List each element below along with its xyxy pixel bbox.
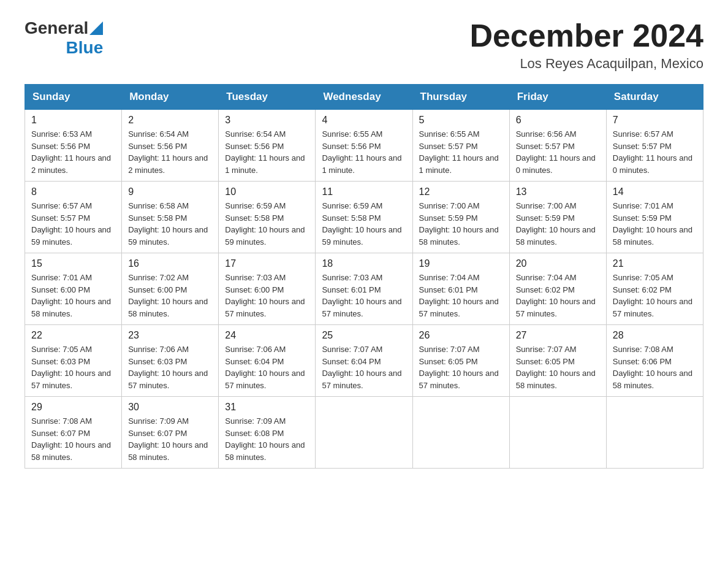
day-info: Sunrise: 7:04 AM Sunset: 6:01 PM Dayligh…	[419, 272, 503, 320]
day-number: 11	[322, 186, 406, 197]
calendar-cell	[606, 397, 703, 469]
day-info: Sunrise: 6:56 AM Sunset: 5:57 PM Dayligh…	[516, 128, 600, 176]
calendar-week-row: 29 Sunrise: 7:08 AM Sunset: 6:07 PM Dayl…	[25, 397, 703, 469]
location-title: Los Reyes Acaquilpan, Mexico	[469, 56, 703, 72]
day-info: Sunrise: 7:05 AM Sunset: 6:02 PM Dayligh…	[613, 272, 697, 320]
page-header: General Blue December 2024 Los Reyes Aca…	[25, 18, 703, 72]
day-number: 13	[516, 186, 600, 197]
logo-blue-text: Blue	[66, 38, 104, 58]
calendar-cell: 20 Sunrise: 7:04 AM Sunset: 6:02 PM Dayl…	[509, 253, 606, 325]
calendar-cell: 18 Sunrise: 7:03 AM Sunset: 6:01 PM Dayl…	[316, 253, 412, 325]
day-info: Sunrise: 6:55 AM Sunset: 5:56 PM Dayligh…	[322, 128, 406, 176]
day-number: 20	[516, 258, 600, 269]
day-number: 31	[225, 402, 309, 413]
day-number: 19	[419, 258, 503, 269]
logo-triangle-icon	[89, 21, 103, 35]
day-info: Sunrise: 7:02 AM Sunset: 6:00 PM Dayligh…	[128, 272, 212, 320]
svg-marker-0	[89, 21, 103, 35]
day-info: Sunrise: 7:00 AM Sunset: 5:59 PM Dayligh…	[419, 200, 503, 248]
day-number: 2	[128, 115, 212, 126]
day-info: Sunrise: 7:03 AM Sunset: 6:00 PM Dayligh…	[225, 272, 309, 320]
calendar-cell: 12 Sunrise: 7:00 AM Sunset: 5:59 PM Dayl…	[412, 182, 509, 253]
title-area: December 2024 Los Reyes Acaquilpan, Mexi…	[469, 18, 703, 72]
calendar-cell: 25 Sunrise: 7:07 AM Sunset: 6:04 PM Dayl…	[316, 325, 412, 397]
calendar-cell: 28 Sunrise: 7:08 AM Sunset: 6:06 PM Dayl…	[606, 325, 703, 397]
day-number: 14	[613, 186, 697, 197]
day-info: Sunrise: 7:08 AM Sunset: 6:07 PM Dayligh…	[31, 415, 115, 463]
calendar-cell: 14 Sunrise: 7:01 AM Sunset: 5:59 PM Dayl…	[606, 182, 703, 253]
day-info: Sunrise: 7:01 AM Sunset: 5:59 PM Dayligh…	[613, 200, 697, 248]
day-info: Sunrise: 7:06 AM Sunset: 6:03 PM Dayligh…	[128, 343, 212, 391]
logo-general-text: General	[25, 18, 88, 38]
day-number: 28	[613, 330, 697, 341]
day-info: Sunrise: 7:07 AM Sunset: 6:05 PM Dayligh…	[419, 343, 503, 391]
calendar-cell: 8 Sunrise: 6:57 AM Sunset: 5:57 PM Dayli…	[25, 182, 122, 253]
calendar-cell: 26 Sunrise: 7:07 AM Sunset: 6:05 PM Dayl…	[412, 325, 509, 397]
calendar-week-row: 22 Sunrise: 7:05 AM Sunset: 6:03 PM Dayl…	[25, 325, 703, 397]
calendar-cell: 11 Sunrise: 6:59 AM Sunset: 5:58 PM Dayl…	[316, 182, 412, 253]
calendar-cell: 29 Sunrise: 7:08 AM Sunset: 6:07 PM Dayl…	[25, 397, 122, 469]
day-number: 21	[613, 258, 697, 269]
calendar-cell: 6 Sunrise: 6:56 AM Sunset: 5:57 PM Dayli…	[509, 110, 606, 182]
col-header-monday: Monday	[122, 85, 219, 110]
calendar-week-row: 8 Sunrise: 6:57 AM Sunset: 5:57 PM Dayli…	[25, 182, 703, 253]
day-info: Sunrise: 6:59 AM Sunset: 5:58 PM Dayligh…	[322, 200, 406, 248]
calendar-cell: 4 Sunrise: 6:55 AM Sunset: 5:56 PM Dayli…	[316, 110, 412, 182]
calendar-week-row: 15 Sunrise: 7:01 AM Sunset: 6:00 PM Dayl…	[25, 253, 703, 325]
col-header-friday: Friday	[509, 85, 606, 110]
day-info: Sunrise: 6:58 AM Sunset: 5:58 PM Dayligh…	[128, 200, 212, 248]
calendar-table: SundayMondayTuesdayWednesdayThursdayFrid…	[25, 84, 703, 469]
calendar-cell: 31 Sunrise: 7:09 AM Sunset: 6:08 PM Dayl…	[219, 397, 316, 469]
day-info: Sunrise: 7:05 AM Sunset: 6:03 PM Dayligh…	[31, 343, 115, 391]
calendar-cell: 19 Sunrise: 7:04 AM Sunset: 6:01 PM Dayl…	[412, 253, 509, 325]
col-header-sunday: Sunday	[25, 85, 122, 110]
day-info: Sunrise: 7:01 AM Sunset: 6:00 PM Dayligh…	[31, 272, 115, 320]
calendar-cell: 10 Sunrise: 6:59 AM Sunset: 5:58 PM Dayl…	[219, 182, 316, 253]
calendar-cell	[509, 397, 606, 469]
col-header-saturday: Saturday	[606, 85, 703, 110]
day-info: Sunrise: 7:06 AM Sunset: 6:04 PM Dayligh…	[225, 343, 309, 391]
calendar-cell: 27 Sunrise: 7:07 AM Sunset: 6:05 PM Dayl…	[509, 325, 606, 397]
calendar-cell: 15 Sunrise: 7:01 AM Sunset: 6:00 PM Dayl…	[25, 253, 122, 325]
day-number: 7	[613, 115, 697, 126]
day-info: Sunrise: 7:04 AM Sunset: 6:02 PM Dayligh…	[516, 272, 600, 320]
day-number: 6	[516, 115, 600, 126]
day-info: Sunrise: 7:07 AM Sunset: 6:05 PM Dayligh…	[516, 343, 600, 391]
calendar-header-row: SundayMondayTuesdayWednesdayThursdayFrid…	[25, 85, 703, 110]
day-info: Sunrise: 7:09 AM Sunset: 6:07 PM Dayligh…	[128, 415, 212, 463]
logo: General Blue	[25, 18, 103, 58]
calendar-cell: 9 Sunrise: 6:58 AM Sunset: 5:58 PM Dayli…	[122, 182, 219, 253]
day-number: 18	[322, 258, 406, 269]
calendar-cell: 5 Sunrise: 6:55 AM Sunset: 5:57 PM Dayli…	[412, 110, 509, 182]
day-number: 16	[128, 258, 212, 269]
calendar-cell: 21 Sunrise: 7:05 AM Sunset: 6:02 PM Dayl…	[606, 253, 703, 325]
day-number: 24	[225, 330, 309, 341]
day-info: Sunrise: 6:55 AM Sunset: 5:57 PM Dayligh…	[419, 128, 503, 176]
day-number: 29	[31, 402, 115, 413]
calendar-cell: 2 Sunrise: 6:54 AM Sunset: 5:56 PM Dayli…	[122, 110, 219, 182]
calendar-week-row: 1 Sunrise: 6:53 AM Sunset: 5:56 PM Dayli…	[25, 110, 703, 182]
calendar-cell: 22 Sunrise: 7:05 AM Sunset: 6:03 PM Dayl…	[25, 325, 122, 397]
day-number: 17	[225, 258, 309, 269]
month-title: December 2024	[469, 18, 703, 53]
day-number: 23	[128, 330, 212, 341]
calendar-cell: 13 Sunrise: 7:00 AM Sunset: 5:59 PM Dayl…	[509, 182, 606, 253]
day-info: Sunrise: 6:54 AM Sunset: 5:56 PM Dayligh…	[225, 128, 309, 176]
calendar-cell: 30 Sunrise: 7:09 AM Sunset: 6:07 PM Dayl…	[122, 397, 219, 469]
day-number: 22	[31, 330, 115, 341]
day-number: 15	[31, 258, 115, 269]
day-info: Sunrise: 6:57 AM Sunset: 5:57 PM Dayligh…	[31, 200, 115, 248]
day-number: 27	[516, 330, 600, 341]
day-number: 5	[419, 115, 503, 126]
day-number: 8	[31, 186, 115, 197]
day-number: 1	[31, 115, 115, 126]
calendar-cell	[412, 397, 509, 469]
calendar-cell: 16 Sunrise: 7:02 AM Sunset: 6:00 PM Dayl…	[122, 253, 219, 325]
calendar-cell: 24 Sunrise: 7:06 AM Sunset: 6:04 PM Dayl…	[219, 325, 316, 397]
day-number: 3	[225, 115, 309, 126]
day-number: 12	[419, 186, 503, 197]
day-info: Sunrise: 7:03 AM Sunset: 6:01 PM Dayligh…	[322, 272, 406, 320]
day-info: Sunrise: 7:00 AM Sunset: 5:59 PM Dayligh…	[516, 200, 600, 248]
col-header-tuesday: Tuesday	[219, 85, 316, 110]
calendar-cell: 7 Sunrise: 6:57 AM Sunset: 5:57 PM Dayli…	[606, 110, 703, 182]
